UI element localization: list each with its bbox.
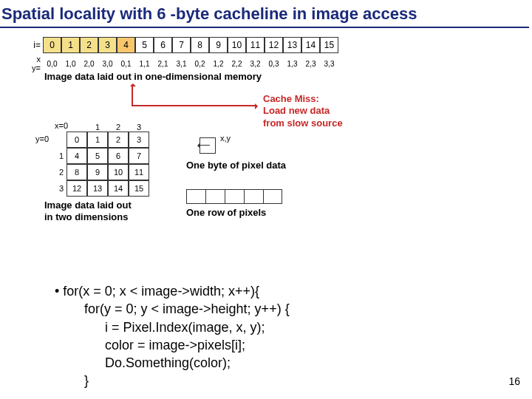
- i-cell: 4: [117, 37, 135, 53]
- grid-row: 14567: [44, 148, 149, 164]
- grid-cell: 14: [108, 180, 129, 197]
- col-header-cell: 1: [87, 123, 108, 132]
- xy-cell: 0,1: [117, 60, 135, 68]
- pixel-row-cell: [205, 189, 225, 204]
- one-d-caption: Image data laid out in one-dimensional m…: [44, 71, 262, 82]
- pixel-row-cell: [186, 189, 205, 204]
- xy-cell: 2,0: [80, 60, 98, 68]
- grid-cell: 11: [129, 164, 149, 180]
- miss-arrow-horiz: [132, 105, 257, 106]
- two-d-caption-l2: in two dimensions: [44, 211, 132, 223]
- grid-cell: 5: [87, 148, 108, 164]
- grid-cell: 4: [66, 148, 87, 164]
- i-cell: 10: [228, 37, 246, 53]
- pixel-row-boxes: [186, 189, 282, 204]
- i-cell: 8: [191, 37, 209, 53]
- one-d-memory: i= 0123456789101112131415 x y= 0,01,02,0…: [27, 37, 338, 72]
- row-y-label: 3: [44, 184, 66, 193]
- i-cell: 5: [135, 37, 154, 53]
- row-y-label: 1: [44, 151, 66, 160]
- y-header: y=0: [35, 134, 49, 143]
- code-line-3: i = Pixel.Index(image, x, y);: [55, 318, 290, 336]
- miss-line-3: from slow source: [263, 117, 343, 129]
- xy-cell: 1,1: [135, 60, 154, 68]
- col-header-cell: 2: [108, 123, 129, 132]
- code-line-2: for(y = 0; y < image->height; y++) {: [55, 300, 290, 318]
- code-line-4: color = image->pixels[i];: [55, 336, 290, 354]
- two-d-grid: x=0 y=0 123 0123145672891011312131415: [44, 123, 149, 197]
- code-line-1: for(x = 0; x < image->width; x++){: [55, 282, 290, 300]
- i-cell: 3: [98, 37, 117, 53]
- i-cell: 15: [320, 37, 338, 53]
- xy-cell: 0,0: [43, 60, 61, 68]
- grid-cell: 9: [87, 164, 108, 180]
- i-cell: 11: [246, 37, 265, 53]
- i-cell: 2: [80, 37, 98, 53]
- i-cell: 0: [43, 37, 61, 53]
- page-number: 16: [508, 375, 520, 387]
- pixel-coord-label: x,y: [220, 134, 231, 143]
- i-label: i=: [27, 40, 43, 50]
- grid-cell: 15: [129, 180, 149, 197]
- grid-cell: 2: [108, 132, 129, 148]
- i-cell: 6: [154, 37, 172, 53]
- grid-cell: 3: [129, 132, 149, 148]
- pixel-row-caption: One row of pixels: [186, 207, 266, 218]
- i-cell: 9: [209, 37, 228, 53]
- code-line-6: }: [55, 372, 290, 389]
- i-cell: 14: [301, 37, 320, 53]
- two-d-caption-l1: Image data laid out: [44, 200, 132, 211]
- i-cell: 13: [283, 37, 301, 53]
- miss-arrow-vert: [132, 84, 133, 105]
- slide-title: Spatial locality with 6 -byte cacheline …: [0, 0, 529, 28]
- x-header: x=0: [55, 121, 68, 130]
- col-header-cell: [66, 123, 87, 132]
- xy-cell: 1,3: [283, 60, 301, 68]
- xy-cell: 2,2: [228, 60, 246, 68]
- xy-cell: 2,1: [154, 60, 172, 68]
- col-header-cell: 3: [129, 123, 149, 132]
- pixel-row-cell: [225, 189, 244, 204]
- grid-cell: 13: [87, 180, 108, 197]
- xy-cell: 1,2: [209, 60, 228, 68]
- pixel-byte-box: [200, 137, 216, 154]
- pixel-row-cell: [263, 189, 282, 204]
- grid-cell: 0: [66, 132, 87, 148]
- grid-cell: 7: [129, 148, 149, 164]
- cache-miss-label: Cache Miss: Load new data from slow sour…: [263, 93, 343, 129]
- miss-line-1: Cache Miss:: [263, 93, 343, 105]
- xy-cell: 0,3: [265, 60, 283, 68]
- two-d-caption: Image data laid out in two dimensions: [44, 200, 132, 222]
- i-cell: 1: [61, 37, 80, 53]
- i-cell: 12: [265, 37, 283, 53]
- grid-cell: 8: [66, 164, 87, 180]
- xy-cell: 3,3: [320, 60, 338, 68]
- xy-cell: 3,0: [98, 60, 117, 68]
- xy-cell: 0,2: [191, 60, 209, 68]
- code-line-5: Do.Something(color);: [55, 354, 290, 372]
- grid-cell: 12: [66, 180, 87, 197]
- diagram-area: i= 0123456789101112131415 x y= 0,01,02,0…: [27, 33, 532, 269]
- grid-row: 2891011: [44, 164, 149, 180]
- grid-cell: 10: [108, 164, 129, 180]
- code-block: for(x = 0; x < image->width; x++){ for(y…: [55, 282, 290, 390]
- xy-cell: 3,1: [172, 60, 191, 68]
- row-y-label: 2: [44, 168, 66, 177]
- i-cell: 7: [172, 37, 191, 53]
- pixel-caption: One byte of pixel data: [186, 160, 286, 171]
- xy-cell: 1,0: [61, 60, 80, 68]
- xy-label: x y=: [27, 55, 43, 72]
- grid-row: 0123: [44, 132, 149, 148]
- xy-cell: 3,2: [246, 60, 265, 68]
- grid-row: 312131415: [44, 180, 149, 197]
- xy-cell: 2,3: [301, 60, 320, 68]
- miss-line-2: Load new data: [263, 105, 343, 117]
- pixel-row-cell: [244, 189, 263, 204]
- grid-cell: 6: [108, 148, 129, 164]
- grid-cell: 1: [87, 132, 108, 148]
